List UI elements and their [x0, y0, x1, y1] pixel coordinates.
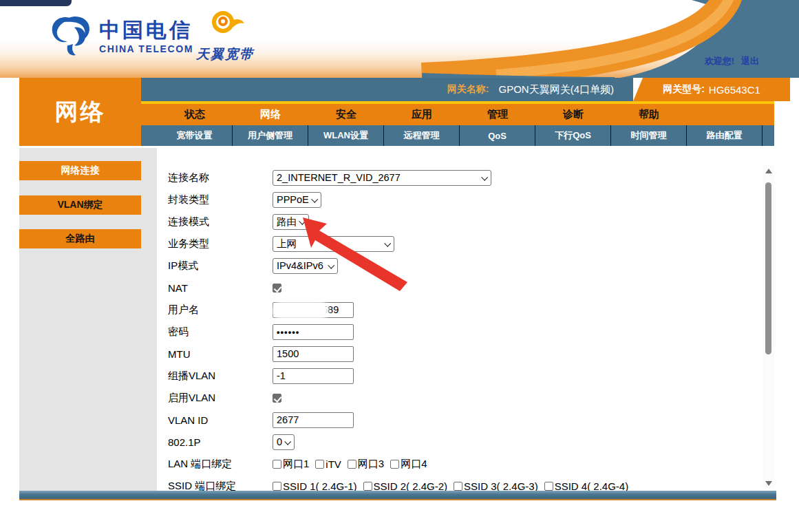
vlan-id-input[interactable]: 2677 [273, 412, 354, 428]
sidebar-section-title: 网络 [19, 78, 141, 146]
tianyi-logo-icon [205, 8, 245, 41]
nat-label: NAT [168, 282, 273, 294]
vlan-id-label: VLAN ID [168, 414, 273, 426]
form-row-username: 用户名 589 [157, 299, 761, 321]
chevron-down-icon [299, 217, 306, 224]
ssid1-label: SSID 1( 2.4G-1) [283, 480, 357, 492]
lan-binding-label: LAN 端口绑定 [168, 458, 273, 471]
welcome-text: 欢迎您! [705, 56, 734, 66]
scroll-up-button[interactable] [763, 165, 774, 176]
subtab-downstream-qos[interactable]: 下行QoS [535, 125, 611, 146]
form-row-8021p: 802.1P 0 [157, 431, 761, 453]
subtab-wlan-settings[interactable]: WLAN设置 [308, 125, 384, 146]
subtab-user-side-mgmt[interactable]: 用户侧管理 [233, 125, 308, 146]
gateway-name: 网关名称: GPON天翼网关(4口单频) [141, 78, 633, 101]
gateway-info-bar: 网关名称: GPON天翼网关(4口单频) 网关型号: HG6543C1 [141, 78, 790, 101]
subtab-time-mgmt[interactable]: 时间管理 [611, 125, 687, 146]
8021p-label: 802.1P [168, 436, 273, 448]
scroll-down-button[interactable] [763, 478, 774, 489]
broadband-settings-form: 连接名称 2_INTERNET_R_VID_2677 封装类型 PPPoE 连接… [157, 167, 761, 497]
header: 中国电信 CHINA TELECOM 天翼宽带 欢迎您!退出 [0, 0, 799, 78]
form-row-nat: NAT [157, 277, 761, 299]
sidebar: 网络连接 VLAN绑定 全路由 [19, 148, 157, 491]
mtu-label: MTU [168, 348, 273, 360]
lan-port1-checkbox[interactable] [273, 460, 281, 469]
lan-port4-checkbox[interactable] [390, 460, 399, 469]
username-input[interactable]: 589 [273, 302, 354, 318]
form-row-encapsulation: 封装类型 PPPoE [157, 189, 761, 211]
enable-vlan-checkbox[interactable] [273, 394, 281, 403]
lan-port4-label: 网口4 [401, 458, 427, 471]
ssid3-checkbox[interactable] [454, 482, 462, 491]
ssid4-label: SSID 4( 2.4G-4) [555, 480, 629, 492]
tab-management[interactable]: 管理 [460, 104, 535, 125]
form-row-service-type: 业务类型 上网 [157, 233, 761, 255]
password-label: 密码 [168, 326, 273, 339]
tab-status[interactable]: 状态 [157, 104, 233, 125]
service-type-label: 业务类型 [168, 237, 273, 251]
nat-checkbox[interactable] [273, 284, 281, 292]
ssid4-checkbox[interactable] [544, 482, 553, 491]
password-input[interactable]: •••••• [273, 324, 354, 340]
connection-mode-label: 连接模式 [168, 215, 273, 228]
ip-mode-select[interactable]: IPv4&IPv6 [273, 258, 338, 274]
gateway-model-badge: 网关型号: HG6543C1 [633, 78, 790, 101]
subtab-route-config[interactable]: 路由配置 [687, 125, 763, 146]
connection-name-select[interactable]: 2_INTERNET_R_VID_2677 [273, 170, 491, 186]
form-row-ip-mode: IP模式 IPv4&IPv6 [157, 255, 761, 277]
ssid2-checkbox[interactable] [363, 482, 372, 491]
lan-port3-checkbox[interactable] [348, 460, 356, 469]
sub-menu: 宽带设置 用户侧管理 WLAN设置 远程管理 QoS 下行QoS 时间管理 路由… [141, 125, 774, 146]
gateway-model-label: 网关型号: [663, 83, 705, 96]
lan-itv-checkbox[interactable] [315, 460, 324, 469]
mtu-input[interactable]: 1500 [273, 346, 354, 362]
scrollbar-thumb[interactable] [765, 182, 771, 354]
lan-itv-label: iTV [326, 458, 341, 470]
sidebar-item-network-connection[interactable]: 网络连接 [19, 161, 141, 180]
gateway-name-label: 网关名称: [447, 83, 489, 96]
tab-help[interactable]: 帮助 [611, 104, 687, 125]
tab-diagnosis[interactable]: 诊断 [535, 104, 611, 125]
chevron-down-icon [384, 240, 391, 246]
form-row-lan-binding: LAN 端口绑定 网口1 iTV 网口3 网口4 [157, 453, 761, 475]
ssid3-label: SSID 3( 2.4G-3) [464, 480, 538, 492]
chevron-down-icon [311, 195, 318, 202]
footer-bar [19, 491, 776, 500]
encapsulation-select[interactable]: PPPoE [273, 192, 321, 208]
gateway-model-value: HG6543C1 [709, 84, 760, 96]
ssid-binding-options: SSID 1( 2.4G-1) SSID 2( 2.4G-2) SSID 3( … [273, 480, 635, 492]
sidebar-item-full-route[interactable]: 全路由 [19, 229, 141, 248]
8021p-select[interactable]: 0 [273, 434, 295, 450]
logo-en-text: CHINA TELECOM [99, 43, 193, 55]
tianyi-logo-text: 天翼宽带 [187, 45, 263, 63]
tab-network[interactable]: 网络 [233, 104, 308, 125]
form-row-vlan-id: VLAN ID 2677 [157, 409, 761, 431]
gateway-name-value: GPON天翼网关(4口单频) [498, 83, 614, 96]
subtab-qos[interactable]: QoS [460, 125, 535, 146]
form-row-multicast-vlan: 组播VLAN -1 [157, 365, 761, 387]
chevron-down-icon [328, 262, 334, 268]
form-row-connection-mode: 连接模式 路由 [157, 211, 761, 233]
connection-name-label: 连接名称 [168, 171, 273, 184]
lan-binding-options: 网口1 iTV 网口3 网口4 [273, 458, 434, 471]
ssid1-checkbox[interactable] [273, 482, 281, 491]
top-left-decor [0, 0, 72, 6]
tianyi-broadband-logo: 天翼宽带 [187, 8, 263, 63]
sidebar-item-vlan-binding[interactable]: VLAN绑定 [19, 195, 141, 215]
subtab-remote-mgmt[interactable]: 远程管理 [384, 125, 460, 146]
main-menu: 状态 网络 安全 应用 管理 诊断 帮助 [141, 104, 774, 125]
tab-security[interactable]: 安全 [308, 104, 384, 125]
china-telecom-logo: 中国电信 CHINA TELECOM [50, 12, 193, 58]
chevron-down-icon [284, 438, 291, 445]
enable-vlan-label: 启用VLAN [168, 392, 273, 405]
lan-port3-label: 网口3 [358, 458, 384, 471]
form-row-connection-name: 连接名称 2_INTERNET_R_VID_2677 [157, 167, 761, 189]
multicast-vlan-input[interactable]: -1 [273, 368, 354, 384]
logout-link[interactable]: 退出 [741, 56, 759, 66]
connection-mode-select[interactable]: 路由 [273, 214, 309, 230]
service-type-select[interactable]: 上网 [273, 236, 394, 252]
multicast-vlan-label: 组播VLAN [168, 370, 273, 383]
subtab-broadband-settings[interactable]: 宽带设置 [157, 125, 233, 146]
tab-application[interactable]: 应用 [384, 104, 460, 125]
vertical-scrollbar[interactable] [763, 165, 774, 489]
